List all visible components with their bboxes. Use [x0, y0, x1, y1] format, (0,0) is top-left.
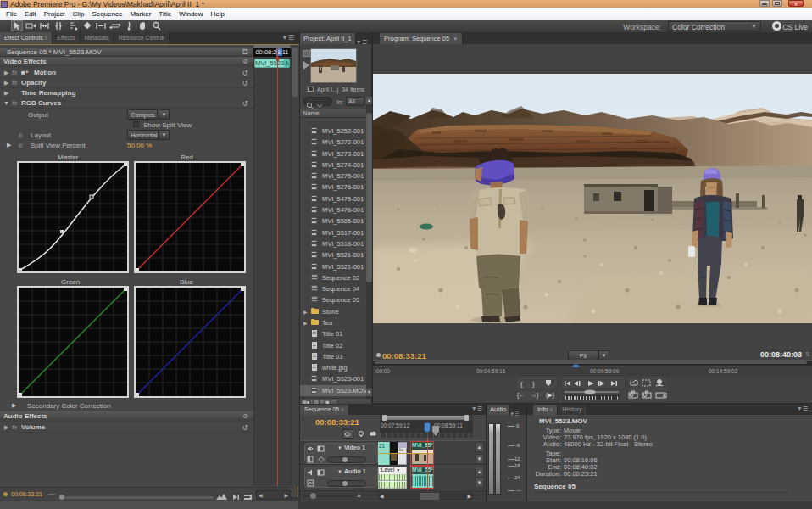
- svg-text:{: {: [520, 380, 523, 388]
- svg-text:{←: {←: [517, 392, 525, 399]
- svg-text:→}: →}: [531, 392, 539, 399]
- svg-text:{▶}: {▶}: [546, 392, 555, 399]
- svg-text:}: }: [532, 380, 535, 388]
